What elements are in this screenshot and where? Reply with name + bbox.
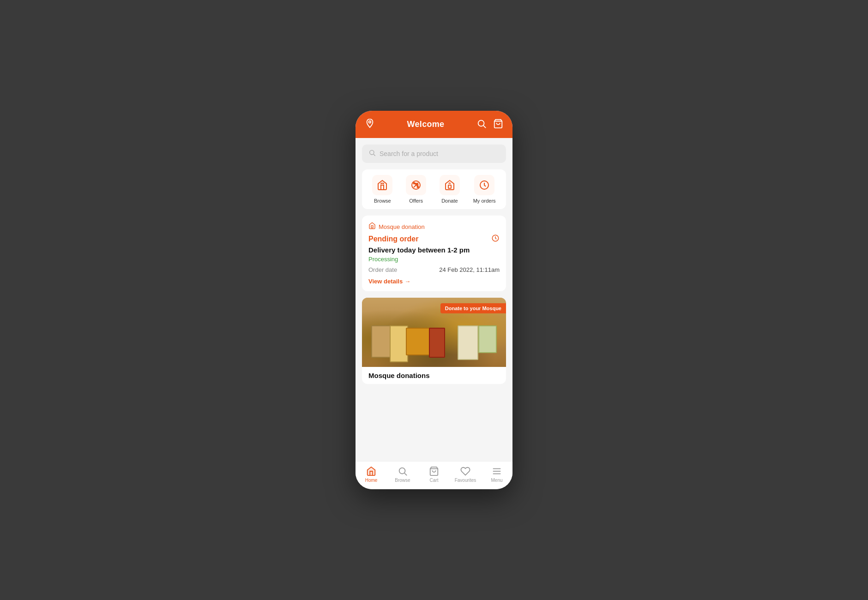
order-date-key: Order date [368, 266, 397, 273]
processing-label: Processing [368, 256, 500, 263]
menu-nav-label: Menu [491, 478, 502, 483]
donate-icon-wrap [440, 175, 460, 195]
svg-point-9 [417, 186, 419, 188]
svg-text:%: % [416, 183, 419, 186]
search-bar-icon [368, 149, 376, 158]
box2 [390, 325, 408, 362]
clock-icon [491, 234, 500, 244]
body: Search for a product Browse [356, 138, 512, 461]
offers-icon-wrap: % [406, 175, 426, 195]
browse-icon [377, 180, 388, 191]
search-header-icon[interactable] [476, 119, 487, 131]
browse-nav-icon [398, 466, 408, 476]
donation-card-title: Mosque donations [362, 367, 506, 384]
box5 [478, 325, 497, 353]
action-my-orders[interactable]: My orders [473, 175, 496, 204]
box4 [458, 325, 478, 360]
home-nav-icon [366, 466, 376, 476]
cart-header-icon[interactable] [493, 119, 503, 131]
mosque-icon-small [368, 222, 376, 231]
donate-icon [444, 180, 455, 191]
order-date-row: Order date 24 Feb 2022, 11:11am [368, 266, 500, 273]
offers-icon: % [410, 180, 422, 191]
svg-point-15 [399, 468, 405, 474]
bottom-nav: Home Browse Cart Favourites [356, 461, 512, 489]
header-title: Welcome [407, 120, 445, 129]
view-details-label: View details [368, 278, 403, 285]
browse-icon-wrap [372, 175, 392, 195]
favourites-nav-icon [460, 466, 470, 476]
donation-card[interactable]: Donate to your Mosque Mosque donations [362, 298, 506, 384]
order-date-value: 24 Feb 2022, 11:11am [439, 266, 500, 273]
action-offers[interactable]: % Offers [406, 175, 426, 204]
view-details-link[interactable]: View details → [368, 278, 500, 285]
svg-line-5 [374, 154, 375, 156]
arrow-icon: → [404, 278, 410, 285]
browse-nav-label: Browse [395, 478, 410, 483]
phone-container: Welcome [356, 111, 512, 489]
cart-nav-icon [429, 466, 439, 476]
svg-point-4 [370, 150, 374, 155]
search-bar[interactable]: Search for a product [362, 144, 506, 163]
nav-menu[interactable]: Menu [481, 466, 512, 483]
svg-rect-11 [448, 185, 451, 188]
location-icon[interactable] [365, 118, 375, 131]
cart-nav-label: Cart [430, 478, 439, 483]
action-browse[interactable]: Browse [372, 175, 392, 204]
offers-label: Offers [409, 198, 423, 204]
box3 [406, 328, 431, 355]
action-donate[interactable]: Donate [440, 175, 460, 204]
quick-actions: Browse % Offers [362, 169, 506, 209]
order-card-title-row: Pending order [368, 234, 500, 244]
my-orders-label: My orders [473, 198, 496, 204]
donation-image: Donate to your Mosque [362, 298, 506, 367]
home-nav-label: Home [365, 478, 378, 483]
donate-label: Donate [441, 198, 458, 204]
nav-cart[interactable]: Cart [418, 466, 450, 483]
svg-line-16 [404, 473, 407, 475]
svg-rect-13 [371, 226, 373, 228]
search-placeholder: Search for a product [380, 150, 438, 157]
nav-browse[interactable]: Browse [387, 466, 418, 483]
svg-line-2 [483, 126, 486, 128]
svg-point-8 [414, 183, 415, 184]
browse-label: Browse [374, 198, 391, 204]
nav-favourites[interactable]: Favourites [450, 466, 481, 483]
menu-nav-icon [492, 466, 502, 476]
favourites-nav-label: Favourites [455, 478, 476, 483]
svg-point-1 [478, 120, 484, 126]
header-icons [476, 119, 503, 131]
box6 [429, 328, 445, 358]
header: Welcome [356, 111, 512, 138]
mosque-donation-label: Mosque donation [379, 223, 425, 230]
my-orders-icon [479, 180, 490, 191]
delivery-text: Delivery today between 1-2 pm [368, 246, 500, 254]
svg-point-0 [369, 121, 371, 123]
donation-banner-tag: Donate to your Mosque [440, 303, 506, 313]
my-orders-icon-wrap [474, 175, 494, 195]
order-card: Mosque donation Pending order Delivery t… [362, 216, 506, 291]
nav-home[interactable]: Home [356, 466, 387, 483]
order-card-header: Mosque donation [368, 222, 500, 231]
pending-order-label: Pending order [368, 235, 418, 243]
